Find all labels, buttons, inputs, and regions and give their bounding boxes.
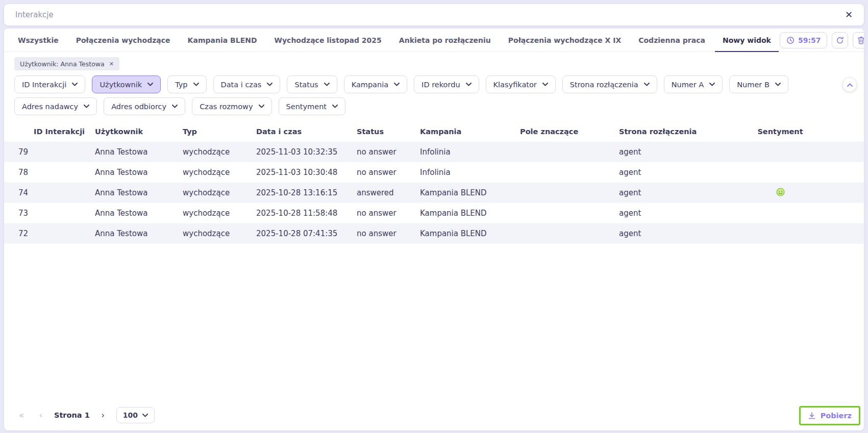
cell-datetime: 2025-11-03 10:32:35 [251, 147, 352, 157]
chevron-down-icon [394, 83, 400, 86]
filter-klasyfikator[interactable]: Klasyfikator [486, 75, 556, 93]
filter-label: Numer B [737, 81, 770, 89]
table-row[interactable]: 79 Anna Testowa wychodzące 2025-11-03 10… [4, 142, 864, 162]
column-header-status: Status [352, 128, 415, 136]
page-size-select[interactable]: 100 [116, 407, 155, 423]
cell-user: Anna Testowa [90, 188, 178, 197]
filter-row-2: Adres nadawcy Adres odbiorcy Czas rozmow… [14, 97, 854, 115]
chip-remove-icon[interactable]: ✕ [109, 61, 114, 67]
chevron-down-icon [332, 105, 338, 108]
column-header-uzytkownik: Użytkownik [90, 128, 178, 136]
column-header-data-i-czas: Data i czas [251, 128, 352, 136]
trash-icon [857, 36, 864, 44]
table-row[interactable]: 78 Anna Testowa wychodzące 2025-11-03 10… [4, 162, 864, 183]
tab-codzienna-praca[interactable]: Codzienna praca [630, 29, 714, 52]
cell-type: wychodzące [178, 168, 251, 177]
chevron-down-icon [259, 105, 264, 108]
filter-adres-nadawcy[interactable]: Adres nadawcy [14, 97, 97, 115]
filter-label: Kampania [352, 81, 388, 89]
filter-czas-rozmowy[interactable]: Czas rozmowy [192, 97, 271, 115]
cell-status: no answer [352, 209, 415, 218]
delete-view-button[interactable] [853, 32, 864, 48]
chevron-down-icon [142, 414, 148, 417]
filter-strona-rozlaczenia[interactable]: Strona rozłączenia [562, 75, 657, 93]
column-header-kampania: Kampania [415, 128, 515, 136]
cell-type: wychodzące [178, 209, 251, 218]
tab-ankieta-po-rozlaczeniu[interactable]: Ankieta po rozłączeniu [390, 29, 500, 52]
filter-typ[interactable]: Typ [167, 75, 206, 93]
download-button[interactable]: Pobierz [801, 407, 859, 424]
filter-sentyment[interactable]: Sentyment [279, 97, 346, 115]
filter-label: Klasyfikator [493, 81, 537, 89]
cell-disconnect-side: agent [614, 168, 739, 177]
cell-datetime: 2025-10-28 07:41:35 [251, 229, 352, 238]
table-header-row: ID Interakcji Użytkownik Typ Data i czas… [4, 121, 864, 142]
filter-status[interactable]: Status [287, 75, 337, 93]
cell-disconnect-side: agent [614, 209, 739, 218]
filter-label: ID Interakcji [22, 81, 66, 89]
filter-adres-odbiorcy[interactable]: Adres odbiorcy [104, 97, 185, 115]
filter-label: Adres nadawcy [22, 103, 78, 111]
cell-type: wychodzące [178, 229, 251, 238]
tab-wychodzace-listopad-2025[interactable]: Wychodzące listopad 2025 [266, 29, 390, 52]
refresh-icon [836, 36, 844, 44]
sentiment-positive-icon [776, 188, 785, 196]
chevron-down-icon [324, 83, 330, 86]
column-header-id-interakcji: ID Interakcji [13, 128, 90, 136]
filter-id-interakcji[interactable]: ID Interakcji [14, 75, 85, 93]
cell-status: answered [352, 188, 415, 197]
clock-icon [786, 36, 795, 44]
first-page-button[interactable]: « [15, 410, 28, 420]
chevron-up-icon [847, 83, 853, 87]
tab-wszystkie[interactable]: Wszystkie [9, 29, 67, 52]
cell-id: 79 [13, 147, 90, 157]
tab-kampania-blend[interactable]: Kampania BLEND [179, 29, 266, 52]
tab-nowy-widok[interactable]: Nowy widok [714, 29, 780, 52]
filter-kampania[interactable]: Kampania [344, 75, 407, 93]
filter-label: Strona rozłączenia [570, 81, 638, 89]
collapse-filters-button[interactable] [842, 78, 857, 92]
timer-button[interactable]: 59:57 [780, 32, 828, 48]
column-header-pole-znaczace: Pole znaczące [515, 128, 614, 136]
filter-numer-b[interactable]: Numer B [729, 75, 788, 93]
filter-label: Typ [175, 81, 187, 89]
filter-label: Data i czas [221, 81, 262, 89]
filter-numer-a[interactable]: Numer A [664, 75, 723, 93]
filter-label: Sentyment [286, 103, 327, 111]
cell-status: no answer [352, 229, 415, 238]
cell-datetime: 2025-10-28 11:58:48 [251, 209, 352, 218]
cell-campaign: Kampania BLEND [415, 209, 515, 218]
chevron-down-icon [644, 83, 650, 86]
page-size-value: 100 [123, 411, 138, 419]
page-title: Interakcje [15, 10, 54, 19]
cell-datetime: 2025-10-28 13:16:15 [251, 188, 352, 197]
table-row[interactable]: 73 Anna Testowa wychodzące 2025-10-28 11… [4, 203, 864, 223]
filter-id-rekordu[interactable]: ID rekordu [414, 75, 479, 93]
table-row[interactable]: 72 Anna Testowa wychodzące 2025-10-28 07… [4, 223, 864, 244]
main-panel: Wszystkie Połączenia wychodzące Kampania… [4, 29, 864, 430]
modal-header: Interakcje ✕ [4, 4, 864, 26]
filter-uzytkownik[interactable]: Użytkownik [92, 75, 161, 93]
interactions-table: ID Interakcji Użytkownik Typ Data i czas… [4, 121, 864, 244]
filter-label: Adres odbiorcy [111, 103, 166, 111]
cell-id: 72 [13, 229, 90, 238]
next-page-button[interactable]: › [97, 410, 109, 420]
refresh-button[interactable] [832, 32, 848, 48]
tab-polaczenia-wychodzace-x-ix[interactable]: Połączenia wychodzące X IX [500, 29, 630, 52]
filter-data-i-czas[interactable]: Data i czas [213, 75, 281, 93]
column-header-typ: Typ [178, 128, 251, 136]
table-row[interactable]: 74 Anna Testowa wychodzące 2025-10-28 13… [4, 183, 864, 203]
close-icon[interactable]: ✕ [845, 10, 853, 19]
cell-status: no answer [352, 168, 415, 177]
filters-section: Użytkownik: Anna Testowa ✕ ID Interakcji… [4, 52, 864, 119]
tab-polaczenia-wychodzace[interactable]: Połączenia wychodzące [67, 29, 179, 52]
cell-user: Anna Testowa [90, 229, 178, 238]
chevron-down-icon [775, 83, 781, 86]
page-label: Strona 1 [54, 411, 90, 419]
prev-page-button[interactable]: ‹ [35, 410, 47, 420]
chevron-down-icon [193, 83, 199, 86]
active-filter-chip[interactable]: Użytkownik: Anna Testowa ✕ [14, 57, 119, 70]
pagination-bar: « ‹ Strona 1 › 100 Pobierz [4, 401, 864, 430]
cell-id: 73 [13, 209, 90, 218]
cell-campaign: Infolinia [415, 168, 515, 177]
